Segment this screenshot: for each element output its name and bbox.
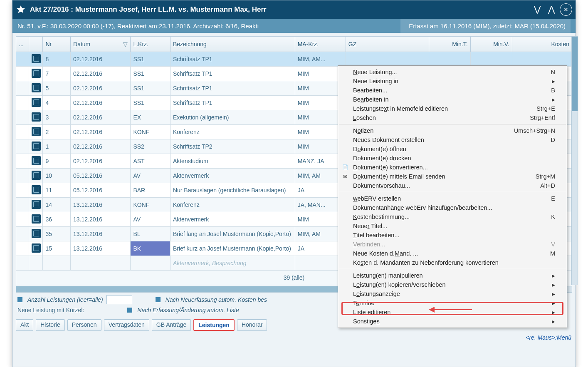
mi-leistungsanzeige[interactable]: Leistungsanzeige▶ <box>338 289 567 298</box>
col-icon <box>29 37 43 52</box>
window-title: Akt 27/2016 : Mustermann Josef, Herr LL.… <box>30 5 267 14</box>
col-minv[interactable]: Min.V. <box>470 37 512 52</box>
document-icon <box>32 243 41 253</box>
mi-neues-dokument[interactable]: Neues Dokument erstellenD <box>338 135 567 144</box>
mi-dok-drucken[interactable]: Dokument(e) drucken <box>338 154 567 163</box>
max-icon[interactable]: ⋀ <box>546 3 557 15</box>
document-icon <box>32 69 41 78</box>
tab-vertragsdaten[interactable]: Vertragsdaten <box>104 319 149 331</box>
document-icon <box>32 156 41 165</box>
mi-neue-kosten[interactable]: Neue Kosten d.Mand. ...M <box>338 249 567 258</box>
mi-dok-vorschau[interactable]: Dokumentvorschau...Alt+D <box>338 181 567 190</box>
close-icon[interactable]: ✕ <box>560 3 572 16</box>
mi-kopieren[interactable]: Leistung(en) kopieren/verschieben▶ <box>338 280 567 289</box>
mi-bearbeiten[interactable]: Bearbeiten...B <box>338 86 567 95</box>
pdf-icon: 📄 <box>341 164 349 170</box>
star-icon <box>16 5 26 15</box>
mi-kosten-konvertieren[interactable]: Kosten d. Mandanten zu Nebenforderung ko… <box>338 258 567 267</box>
mi-neue-leistung-in[interactable]: Neue Leistung in▶ <box>338 77 567 86</box>
app-window: Akt 27/2016 : Mustermann Josef, Herr LL.… <box>12 0 576 367</box>
mi-dok-email[interactable]: ✉Dokument(e) mittels Email sendenStrg+M <box>338 172 567 181</box>
mi-kostenbestimmung[interactable]: Kostenbestimmung...K <box>338 212 567 221</box>
col-mint[interactable]: Min.T. <box>429 37 470 52</box>
col-datum[interactable]: Datum ▽ <box>71 37 131 52</box>
col-lkrz[interactable]: L.Krz. <box>131 37 170 52</box>
document-icon <box>32 200 41 209</box>
document-icon <box>32 98 41 107</box>
mi-memo[interactable]: Leistungstext in Memofeld editierenStrg+… <box>338 104 567 113</box>
tab-gb-antraege[interactable]: GB Anträge <box>152 319 191 331</box>
mi-manipulieren[interactable]: Leistung(en) manipulieren▶ <box>338 271 567 280</box>
checkbox-icon <box>156 297 161 302</box>
opt-anzahl: Anzahl Leistungen (leer=alle) <box>27 296 103 303</box>
mi-neue-leistung[interactable]: Neue Leistung...N <box>338 67 567 77</box>
titlebar: Akt 27/2016 : Mustermann Josef, Herr LL.… <box>12 0 576 19</box>
document-icon <box>32 127 41 136</box>
tab-historie[interactable]: Historie <box>36 319 64 331</box>
mi-notizen[interactable]: NotizenUmsch+Strg+N <box>338 126 567 135</box>
checkbox-icon <box>17 297 22 302</box>
table-row[interactable]: 802.12.2016SS1Schriftsatz TP1MIM, AM... <box>16 52 572 67</box>
min-icon[interactable]: ⋁ <box>531 3 543 15</box>
document-icon <box>32 142 41 151</box>
anzahl-input[interactable] <box>106 295 132 304</box>
mi-dok-oeffnen[interactable]: Dokument(e) öffnen <box>338 144 567 154</box>
mi-dok-anhaenge[interactable]: Dokumentanhänge webErv hinzufügen/bearbe… <box>338 203 567 212</box>
mi-weberv[interactable]: webERV erstellenE <box>338 194 567 203</box>
mi-dok-konvertieren[interactable]: 📄Dokument(e) konvertieren... <box>338 163 567 172</box>
tab-honorar[interactable]: Honorar <box>237 319 267 331</box>
opt-nach-liste: Nach Erfassung/Änderung autom. Liste <box>137 307 239 313</box>
col-kosten[interactable]: Kosten <box>512 37 572 52</box>
document-icon <box>32 112 41 122</box>
info-right: Erfasst am 16.11.2016 (MIM), zuletzt: MA… <box>400 19 571 33</box>
checkbox-icon <box>127 308 132 313</box>
col-bez[interactable]: Bezeichnung <box>170 37 295 52</box>
mi-sonstiges[interactable]: Sonstiges▶ <box>338 317 567 326</box>
context-menu: Neue Leistung...N Neue Leistung in▶ Bear… <box>338 65 567 328</box>
opt-neue-leistung: Neue Leistung mit Kürzel: <box>17 307 84 313</box>
document-icon <box>32 229 41 238</box>
info-bar: Nr. 51, v.F.: 30.03.2020 00:00 (-17), Re… <box>12 19 576 33</box>
document-icon <box>32 83 41 92</box>
document-icon <box>32 54 41 63</box>
tab-leistungen[interactable]: Leistungen <box>193 319 235 331</box>
mail-icon: ✉ <box>341 174 349 179</box>
mi-verbinden: Verbinden...V <box>338 240 567 249</box>
mi-loeschen[interactable]: LöschenStrg+Entf <box>338 113 567 122</box>
document-icon <box>32 171 41 180</box>
col-makrz[interactable]: MA-Krz. <box>295 37 346 52</box>
document-icon <box>32 185 41 194</box>
col-gz[interactable]: GZ <box>346 37 429 52</box>
hint-text: <re. Maus>:Menü <box>12 334 576 341</box>
info-left: Nr. 51, v.F.: 30.03.2020 00:00 (-17), Re… <box>17 22 259 30</box>
tab-akt[interactable]: Akt <box>16 319 33 331</box>
tab-personen[interactable]: Personen <box>67 319 101 331</box>
mi-neuer-titel[interactable]: Neuer Titel... <box>338 221 567 231</box>
col-nr[interactable]: Nr <box>43 37 71 52</box>
col-config[interactable]: ... <box>16 37 29 52</box>
opt-nach-kosten: Nach Neuerfassung autom. Kosten bes <box>166 296 267 303</box>
vertical-scrollbar[interactable] <box>571 36 578 285</box>
document-icon <box>32 214 41 224</box>
mi-bearbeiten-in[interactable]: Bearbeiten in▶ <box>338 95 567 104</box>
mi-titel-bearbeiten[interactable]: Titel bearbeiten... <box>338 231 567 240</box>
